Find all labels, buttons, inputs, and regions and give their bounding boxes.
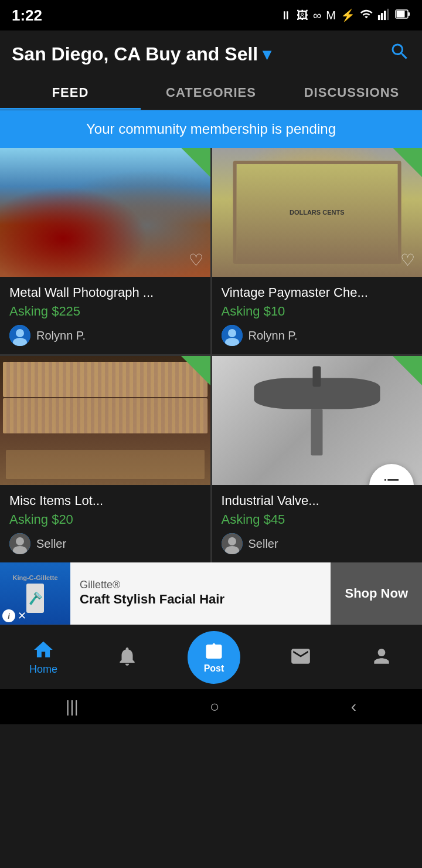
tab-feed[interactable]: FEED: [0, 76, 141, 110]
nav-post-button[interactable]: Post: [188, 631, 240, 684]
listing-title: Metal Wall Photograph ...: [9, 285, 201, 300]
listing-price: Asking $225: [9, 304, 201, 319]
svg-rect-6: [397, 11, 405, 17]
info-icon[interactable]: i: [2, 609, 15, 622]
nav-messages[interactable]: [280, 640, 321, 674]
listing-info: Misc Items Lot... Asking $20 Seller: [0, 485, 210, 562]
favorite-button[interactable]: ♡: [189, 250, 203, 270]
nav-home-label: Home: [29, 663, 57, 676]
home-button[interactable]: ○: [210, 697, 220, 716]
listing-seller: Seller: [222, 533, 413, 554]
city-label: San Diego, CA Buy and Sell: [12, 43, 258, 65]
listing-image: [0, 356, 210, 485]
listing-card[interactable]: Misc Items Lot... Asking $20 Seller: [0, 356, 210, 562]
system-nav: ||| ○ ‹: [0, 689, 422, 724]
listing-card[interactable]: ♡ Metal Wall Photograph ... Asking $225 …: [0, 148, 210, 354]
svg-rect-1: [381, 13, 383, 20]
new-badge-icon: [181, 148, 210, 177]
listing-price: Asking $20: [9, 512, 201, 527]
voicemail-icon: ∞: [313, 9, 321, 22]
listing-title: Industrial Valve...: [222, 493, 413, 508]
filter-fab[interactable]: [369, 464, 414, 485]
svg-rect-2: [384, 11, 386, 20]
favorite-button[interactable]: ♡: [400, 250, 415, 270]
shop-now-button[interactable]: Shop Now: [331, 562, 422, 625]
recent-apps-button[interactable]: |||: [66, 697, 79, 716]
svg-point-11: [228, 329, 236, 337]
signal-icon: [377, 8, 390, 23]
ad-banner: King-C-Gillette 🪒 i ✕ Gillette® Craft St…: [0, 562, 422, 625]
listing-card[interactable]: Industrial Valve... Asking $45 Seller: [212, 356, 423, 562]
ad-title: Craft Stylish Facial Hair: [80, 591, 321, 608]
nav-home[interactable]: Home: [20, 634, 67, 680]
battery-icon: [395, 9, 410, 22]
listing-image: ♡: [0, 148, 210, 277]
listing-card[interactable]: DOLLARS CENTS ♡ Vintage Paymaster Che...…: [212, 148, 423, 354]
status-bar: 1:22 ⏸ 🖼 ∞ M ⚡: [0, 0, 422, 30]
new-badge-icon: [393, 356, 422, 385]
ad-image: King-C-Gillette 🪒 i ✕: [0, 562, 70, 625]
listing-info: Industrial Valve... Asking $45 Seller: [212, 485, 423, 562]
svg-rect-5: [409, 12, 410, 16]
membership-banner[interactable]: Your community membership is pending: [0, 110, 422, 148]
listing-price: Asking $10: [222, 304, 413, 319]
svg-point-8: [16, 329, 24, 337]
seller-name: Rolynn P.: [249, 329, 298, 343]
tabs-bar: FEED CATEGORIES DISCUSSIONS: [0, 76, 422, 110]
membership-text: Your community membership is pending: [86, 121, 336, 137]
seller-name: Seller: [36, 537, 66, 551]
listing-title: Misc Items Lot...: [9, 493, 201, 508]
svg-point-17: [228, 537, 236, 545]
ad-brand: Gillette®: [80, 579, 321, 591]
wifi-icon: [360, 8, 373, 23]
tab-discussions[interactable]: DISCUSSIONS: [281, 76, 422, 110]
nav-notifications[interactable]: [107, 640, 148, 674]
listing-info: Vintage Paymaster Che... Asking $10 Roly…: [212, 277, 423, 354]
bluetooth-icon: ⚡: [341, 8, 355, 22]
listings-section: ♡ Metal Wall Photograph ... Asking $225 …: [0, 148, 422, 562]
ad-content: Gillette® Craft Stylish Facial Hair: [70, 572, 331, 615]
listing-image: DOLLARS CENTS ♡: [212, 148, 423, 277]
svg-point-14: [16, 537, 24, 545]
dropdown-arrow-icon[interactable]: ▾: [263, 45, 271, 64]
seller-name: Rolynn P.: [36, 329, 86, 343]
image-icon: 🖼: [297, 9, 308, 22]
new-badge-icon: [181, 356, 210, 385]
pause-icon: ⏸: [280, 9, 292, 22]
listing-title: Vintage Paymaster Che...: [222, 285, 413, 300]
svg-rect-0: [378, 15, 380, 19]
back-button[interactable]: ‹: [351, 697, 356, 716]
listing-seller: Seller: [9, 533, 201, 554]
nav-profile[interactable]: [361, 640, 402, 674]
close-ad-button[interactable]: ✕: [18, 609, 26, 622]
listings-grid: ♡ Metal Wall Photograph ... Asking $225 …: [0, 148, 422, 562]
header-title[interactable]: San Diego, CA Buy and Sell ▾: [12, 43, 271, 65]
gmail-icon: M: [326, 9, 336, 22]
bottom-nav: Home Post: [0, 625, 422, 689]
seller-name: Seller: [249, 537, 278, 551]
listing-price: Asking $45: [222, 512, 413, 527]
listing-image: [212, 356, 423, 485]
app-header: San Diego, CA Buy and Sell ▾: [0, 30, 422, 76]
new-badge-icon: [393, 148, 422, 177]
avatar: [222, 533, 243, 554]
listing-seller: Rolynn P.: [222, 325, 413, 346]
avatar: [9, 325, 30, 346]
status-time: 1:22: [12, 6, 42, 25]
status-icons: ⏸ 🖼 ∞ M ⚡: [280, 8, 410, 23]
svg-rect-3: [387, 8, 389, 19]
avatar: [222, 325, 243, 346]
listing-seller: Rolynn P.: [9, 325, 201, 346]
avatar: [9, 533, 30, 554]
search-button[interactable]: [389, 41, 410, 67]
nav-post-label: Post: [204, 663, 224, 674]
tab-categories[interactable]: CATEGORIES: [141, 76, 281, 110]
listing-info: Metal Wall Photograph ... Asking $225 Ro…: [0, 277, 210, 354]
